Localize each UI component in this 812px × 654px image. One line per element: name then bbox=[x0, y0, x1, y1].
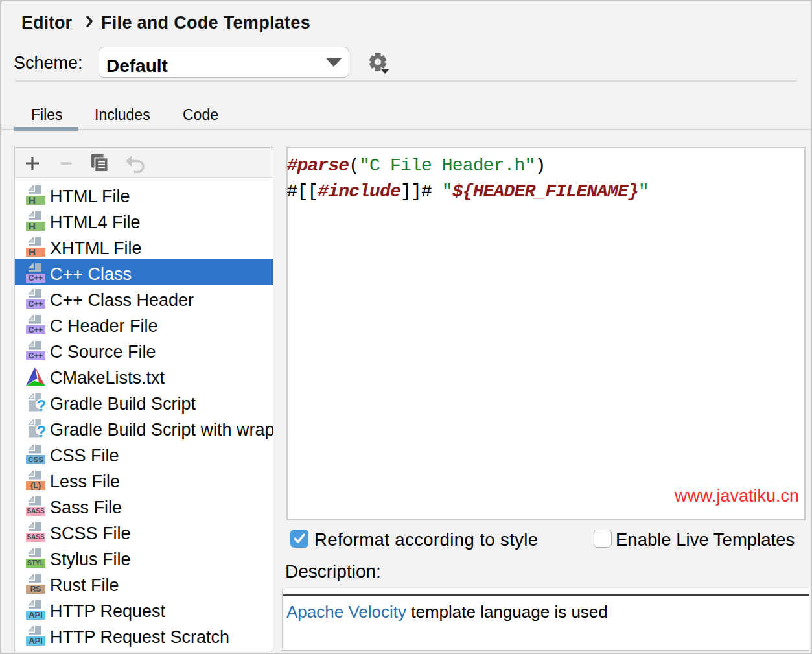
svg-text:?: ? bbox=[37, 397, 47, 414]
svg-text:?: ? bbox=[37, 423, 47, 440]
